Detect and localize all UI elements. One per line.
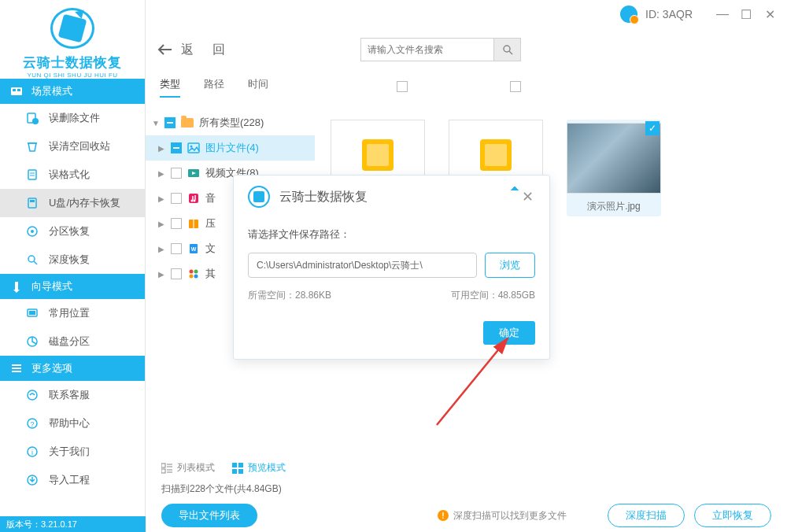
svg-rect-11 <box>15 282 18 290</box>
svg-point-27 <box>194 200 196 202</box>
checkbox[interactable] <box>171 243 182 254</box>
back-button[interactable]: 返 回 <box>157 42 233 58</box>
svg-point-15 <box>28 390 37 400</box>
svg-point-9 <box>31 230 34 233</box>
deep-scan-button[interactable]: 深度扫描 <box>608 504 685 527</box>
file-undo-icon <box>25 111 39 125</box>
svg-rect-13 <box>29 311 35 315</box>
tab-path[interactable]: 路径 <box>204 77 224 98</box>
partition-icon <box>25 224 39 238</box>
confirm-button[interactable]: 确定 <box>483 321 535 345</box>
headset-icon <box>25 388 39 402</box>
browse-button[interactable]: 浏览 <box>485 253 535 278</box>
sidebar-item-deep[interactable]: 深度恢复 <box>0 246 145 274</box>
tree-tabs: 类型 路径 时间 <box>146 77 315 98</box>
checkbox[interactable] <box>171 218 182 229</box>
checkbox[interactable] <box>171 193 182 204</box>
search-button[interactable] <box>494 38 521 61</box>
sidebar-item-recycle-bin[interactable]: 误清空回收站 <box>0 132 145 161</box>
section-title: 更多选项 <box>31 361 72 375</box>
import-icon <box>25 473 39 487</box>
file-item[interactable]: ✓ 演示照片.jpg <box>567 120 661 216</box>
dialog-body: 请选择文件保存路径： 浏览 所需空间：28.86KB 可用空间：48.85GB … <box>234 218 549 359</box>
section-more[interactable]: 更多选项 <box>0 356 145 381</box>
sidebar-item-contact[interactable]: 联系客服 <box>0 381 145 409</box>
svg-point-4 <box>32 118 39 124</box>
svg-rect-38 <box>232 463 237 467</box>
save-path-dialog: 云骑士数据恢复 ✕ 请选择文件保存路径： 浏览 所需空间：28.86KB 可用空… <box>233 175 550 360</box>
list-mode-button[interactable]: 列表模式 <box>161 461 215 475</box>
svg-text:i: i <box>31 449 33 456</box>
column-checkbox[interactable] <box>510 81 521 92</box>
brand-name: 云骑士数据恢复 <box>23 54 122 72</box>
audio-type-icon <box>187 191 201 205</box>
file-checkbox[interactable]: ✓ <box>645 121 660 135</box>
svg-rect-5 <box>28 170 36 179</box>
disk-icon <box>25 334 39 349</box>
save-path-input[interactable] <box>248 253 477 278</box>
footer: 列表模式 预览模式 扫描到228个文件(共4.84GB) 导出文件列表 ! 深度… <box>146 453 787 532</box>
select-all-checkbox[interactable] <box>397 81 408 92</box>
svg-rect-37 <box>161 469 165 473</box>
expand-icon[interactable]: ▶ <box>158 220 166 228</box>
back-arrow-icon <box>157 43 173 56</box>
sidebar-item-about[interactable]: i关于我们 <box>0 438 145 466</box>
recycle-bin-icon <box>25 139 39 153</box>
deep-scan-hint: ! 深度扫描可以找到更多文件 <box>438 509 567 523</box>
svg-rect-29 <box>193 220 194 228</box>
scene-mode-icon <box>9 84 24 98</box>
minimize-button[interactable]: — <box>715 6 730 22</box>
expand-icon[interactable]: ▶ <box>158 245 166 253</box>
expand-icon[interactable]: ▶ <box>158 144 166 153</box>
maximize-button[interactable]: ☐ <box>738 6 754 22</box>
format-icon <box>25 168 39 182</box>
expand-icon[interactable]: ▶ <box>158 169 166 178</box>
video-type-icon <box>187 166 201 180</box>
collapse-icon[interactable]: ▼ <box>152 119 160 127</box>
sidebar-item-disk-partition[interactable]: 磁盘分区 <box>0 327 145 356</box>
svg-rect-40 <box>232 469 237 474</box>
status-bar: 版本号：3.21.0.17 <box>0 516 146 532</box>
footer-actions: 导出文件列表 ! 深度扫描可以找到更多文件 深度扫描 立即恢复 <box>161 504 771 527</box>
preview-mode-button[interactable]: 预览模式 <box>232 461 286 475</box>
tree-node-images[interactable]: ▶ 图片文件(4) <box>146 135 315 161</box>
svg-text:W: W <box>191 246 197 252</box>
expand-icon[interactable]: ▶ <box>158 270 166 279</box>
checkbox[interactable] <box>171 168 182 179</box>
search-input[interactable] <box>360 38 494 61</box>
sidebar-item-usb[interactable]: U盘/内存卡恢复 <box>0 189 145 217</box>
dialog-close-button[interactable]: ✕ <box>519 189 535 205</box>
location-icon <box>25 306 39 320</box>
svg-rect-1 <box>13 89 16 91</box>
sidebar-item-deleted-files[interactable]: 误删除文件 <box>0 104 145 132</box>
section-title: 场景模式 <box>31 84 72 98</box>
tab-type[interactable]: 类型 <box>160 77 180 98</box>
sidebar-item-import[interactable]: 导入工程 <box>0 466 145 494</box>
sidebar-item-format[interactable]: 误格式化 <box>0 161 145 189</box>
close-button[interactable]: ✕ <box>762 6 778 22</box>
search-box <box>360 38 521 61</box>
user-badge-icon[interactable] <box>620 6 637 23</box>
sidebar-item-partition[interactable]: 分区恢复 <box>0 217 145 246</box>
checkbox[interactable] <box>171 142 182 153</box>
section-scene-mode[interactable]: 场景模式 <box>0 79 145 104</box>
sidebar-item-common-loc[interactable]: 常用位置 <box>0 299 145 327</box>
dialog-label: 请选择文件保存路径： <box>248 227 535 242</box>
svg-point-35 <box>194 275 198 279</box>
svg-point-26 <box>191 200 194 202</box>
section-wizard-mode[interactable]: 向导模式 <box>0 274 145 299</box>
checkbox[interactable] <box>171 268 182 279</box>
sidebar-item-help[interactable]: ?帮助中心 <box>0 409 145 438</box>
wizard-icon <box>9 279 24 294</box>
search-icon <box>501 43 514 56</box>
dialog-logo-icon <box>248 186 270 208</box>
export-list-button[interactable]: 导出文件列表 <box>161 504 257 527</box>
tree-root[interactable]: ▼ 所有类型(228) <box>146 110 315 135</box>
recover-button[interactable]: 立即恢复 <box>694 504 771 527</box>
expand-icon[interactable]: ▶ <box>158 194 166 203</box>
list-icon <box>161 463 172 474</box>
usb-icon <box>25 196 39 210</box>
tab-time[interactable]: 时间 <box>248 77 268 98</box>
svg-point-21 <box>504 46 510 52</box>
checkbox[interactable] <box>164 117 176 128</box>
